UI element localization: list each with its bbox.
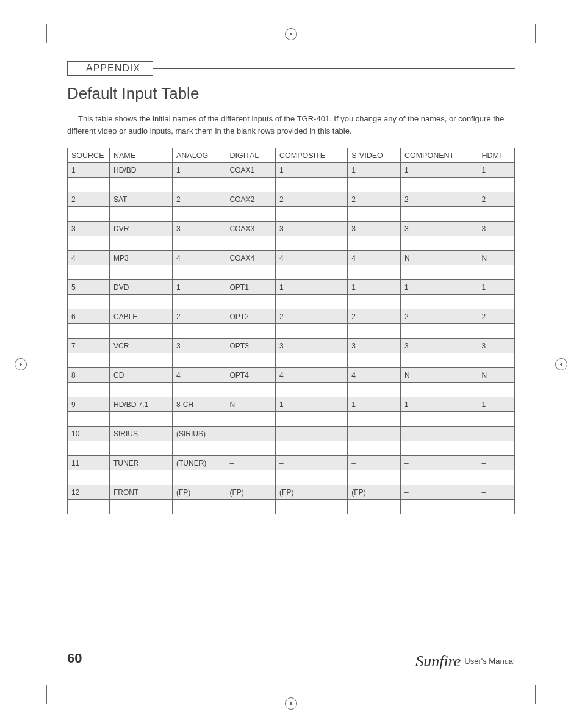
table-row: 3DVR3COAX33333 [68,222,515,236]
table-cell [173,353,226,368]
table-cell: 2 [400,192,478,207]
table-cell: 1 [276,280,348,295]
page-content: APPENDIX Default Input Table This table … [0,0,582,728]
brand-logo: Sunfire [415,652,461,671]
table-row [68,412,515,427]
table-cell: FRONT [110,485,173,500]
table-cell: 1 [68,163,110,178]
brand-block: Sunfire User's Manual [415,650,515,668]
table-cell: DVD [110,280,173,295]
table-cell: 2 [276,309,348,324]
table-cell: 4 [348,368,401,383]
table-cell: OPT1 [226,280,276,295]
table-cell: – [400,485,478,500]
table-cell [173,470,226,485]
table-cell: 2 [478,192,514,207]
table-row: 2SAT2COAX22222 [68,192,515,207]
table-row [68,441,515,456]
table-cell: – [348,427,401,441]
table-cell: SAT [110,192,173,207]
table-cell [110,207,173,222]
table-cell: 1 [400,397,478,412]
table-cell: (FP) [226,485,276,500]
table-cell: 1 [400,163,478,178]
table-cell: OPT2 [226,309,276,324]
table-cell [110,500,173,514]
table-cell: DVR [110,222,173,236]
table-cell [348,500,401,514]
table-cell [276,470,348,485]
table-cell: 3 [173,222,226,236]
table-cell: – [348,456,401,470]
table-row: 4MP34COAX444NN [68,251,515,265]
table-cell [276,295,348,309]
table-cell: CABLE [110,309,173,324]
table-cell: MP3 [110,251,173,265]
table-cell: 3 [400,222,478,236]
table-cell: – [276,456,348,470]
table-cell [348,324,401,339]
table-cell [173,383,226,397]
col-header-component: COMPONENT [400,148,478,163]
table-cell: 1 [348,163,401,178]
table-cell [348,353,401,368]
table-cell: – [478,427,514,441]
table-cell [348,441,401,456]
page-title: Default Input Table [67,84,515,103]
table-cell [400,236,478,251]
table-cell [173,265,226,280]
table-cell: OPT3 [226,339,276,353]
table-cell [226,412,276,427]
table-cell: N [478,251,514,265]
table-cell [110,412,173,427]
table-cell: 2 [173,309,226,324]
table-cell [226,470,276,485]
table-cell [173,500,226,514]
table-cell [276,178,348,192]
table-cell [226,178,276,192]
table-cell [276,500,348,514]
intro-paragraph: This table shows the initial names of th… [67,113,515,137]
table-cell: (FP) [276,485,348,500]
table-cell [173,412,226,427]
table-cell: 2 [276,192,348,207]
table-cell [478,178,514,192]
table-cell [68,178,110,192]
table-cell [400,500,478,514]
table-cell: 1 [348,280,401,295]
table-row: 12FRONT(FP)(FP)(FP)(FP)–– [68,485,515,500]
table-cell: 7 [68,339,110,353]
table-cell: 4 [173,368,226,383]
table-row: 9HD/BD 7.18-CHN1111 [68,397,515,412]
table-cell: 8 [68,368,110,383]
table-cell [400,353,478,368]
table-cell: (TUNER) [173,456,226,470]
table-cell [68,236,110,251]
table-cell: – [400,456,478,470]
table-cell: (SIRIUS) [173,427,226,441]
table-cell: 2 [348,192,401,207]
table-cell: – [276,427,348,441]
table-cell [478,470,514,485]
table-row: 7VCR3OPT33333 [68,339,515,353]
table-cell: 1 [173,280,226,295]
table-cell [68,500,110,514]
table-cell [110,265,173,280]
table-row [68,265,515,280]
table-cell [226,295,276,309]
table-cell [478,500,514,514]
table-cell [110,324,173,339]
table-cell: 8-CH [173,397,226,412]
table-cell [348,178,401,192]
table-cell: 4 [276,368,348,383]
table-cell: – [478,456,514,470]
table-cell: 11 [68,456,110,470]
table-cell [110,470,173,485]
table-cell: 1 [348,397,401,412]
table-row [68,383,515,397]
col-header-svideo: S-VIDEO [348,148,401,163]
table-cell: – [478,485,514,500]
table-cell [226,441,276,456]
table-cell [173,324,226,339]
table-cell [348,295,401,309]
